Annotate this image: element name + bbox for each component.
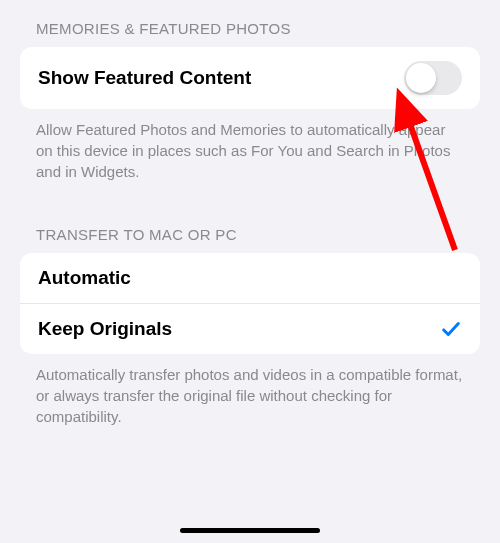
transfer-option-automatic-label: Automatic [38, 267, 462, 289]
transfer-option-keep-originals[interactable]: Keep Originals [20, 303, 480, 354]
section-footer-memories: Allow Featured Photos and Memories to au… [0, 109, 500, 206]
checkmark-icon [440, 318, 462, 340]
section-footer-transfer: Automatically transfer photos and videos… [0, 354, 500, 451]
show-featured-content-label: Show Featured Content [38, 67, 404, 89]
section-header-transfer: TRANSFER TO MAC OR PC [0, 206, 500, 253]
section-header-memories: MEMORIES & FEATURED PHOTOS [0, 0, 500, 47]
transfer-options-group: Automatic Keep Originals [20, 253, 480, 354]
show-featured-content-row[interactable]: Show Featured Content [20, 47, 480, 109]
home-indicator[interactable] [180, 528, 320, 533]
show-featured-content-toggle[interactable] [404, 61, 462, 95]
transfer-option-automatic[interactable]: Automatic [20, 253, 480, 303]
featured-content-group: Show Featured Content [20, 47, 480, 109]
transfer-option-keep-originals-label: Keep Originals [38, 318, 440, 340]
